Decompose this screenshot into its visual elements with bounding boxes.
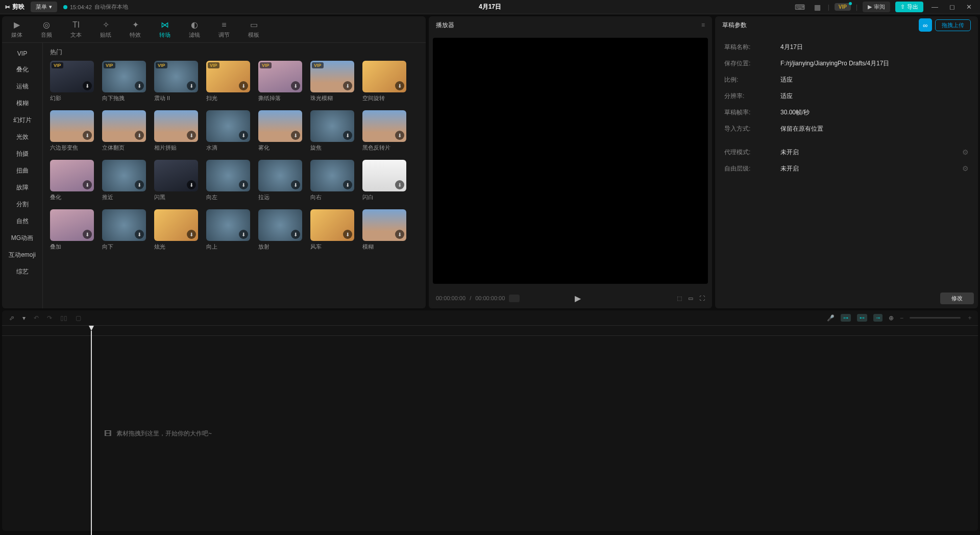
delete-button[interactable]: ▢ (74, 313, 83, 323)
download-icon[interactable]: ⬇ (135, 81, 144, 90)
download-icon[interactable]: ⬇ (187, 180, 196, 189)
grid-item-9[interactable]: ⬇相片拼贴 (154, 110, 198, 152)
download-icon[interactable]: ⬇ (239, 131, 248, 140)
download-icon[interactable]: ⬇ (83, 180, 92, 189)
grid-item-25[interactable]: ⬇放射 (258, 209, 302, 251)
timeline-ruler[interactable] (2, 326, 978, 336)
download-icon[interactable]: ⬇ (135, 230, 144, 239)
download-icon[interactable]: ⬇ (187, 230, 196, 239)
grid-item-11[interactable]: ⬇雾化 (258, 110, 302, 152)
cursor-tool[interactable]: ⬀ (7, 313, 16, 323)
download-icon[interactable]: ⬇ (343, 180, 352, 189)
grid-item-2[interactable]: VIP⬇震动 II (154, 61, 198, 102)
magnet-3-icon[interactable]: ⊸ (873, 314, 883, 322)
link-icon[interactable]: ⊕ (889, 314, 894, 322)
download-icon[interactable]: ⬇ (395, 180, 404, 189)
tab-text[interactable]: TI文本 (61, 16, 91, 42)
grid-item-10[interactable]: ⬇水滴 (206, 110, 250, 152)
keyboard-icon[interactable]: ⌨ (793, 3, 807, 11)
tab-audio[interactable]: ◎音频 (32, 16, 61, 42)
grid-item-17[interactable]: ⬇向左 (206, 160, 250, 201)
download-icon[interactable]: ⬇ (291, 81, 300, 90)
grid-item-23[interactable]: ⬇炫光 (154, 209, 198, 251)
grid-item-8[interactable]: ⬇立体翻页 (102, 110, 146, 152)
download-icon[interactable]: ⬇ (395, 131, 404, 140)
sidebar-item-12[interactable]: 互动emoji (2, 247, 42, 263)
download-icon[interactable]: ⬇ (395, 81, 404, 90)
grid-item-16[interactable]: ⬇闪黑 (154, 160, 198, 201)
time-block[interactable] (509, 295, 519, 302)
grid-item-21[interactable]: ⬇叠加 (50, 209, 94, 251)
zoom-slider[interactable] (910, 317, 961, 319)
undo-button[interactable]: ↶ (32, 313, 41, 323)
maximize-button[interactable]: ◻ (946, 3, 958, 11)
download-icon[interactable]: ⬇ (239, 81, 248, 90)
download-icon[interactable]: ⬇ (187, 131, 196, 140)
tab-adjust[interactable]: ≡调节 (209, 16, 239, 42)
magnet-1-icon[interactable]: ⊶ (841, 314, 851, 322)
preview-menu-icon[interactable]: ≡ (701, 21, 705, 29)
grid-item-24[interactable]: ⬇向上 (206, 209, 250, 251)
grid-item-20[interactable]: ⬇闪白 (362, 160, 406, 201)
gear-icon[interactable]: ⚙ (962, 164, 969, 173)
grid-item-22[interactable]: ⬇向下 (102, 209, 146, 251)
grid-item-4[interactable]: VIP⬇撕纸掉落 (258, 61, 302, 102)
minimize-button[interactable]: — (928, 3, 941, 11)
modify-button[interactable]: 修改 (940, 293, 974, 304)
download-icon[interactable]: ⬇ (239, 230, 248, 239)
download-icon[interactable]: ⬇ (343, 230, 352, 239)
tab-media[interactable]: ▶媒体 (2, 16, 32, 42)
preview-viewport[interactable] (433, 38, 708, 284)
grid-item-3[interactable]: VIP⬇扫光 (206, 61, 250, 102)
magnet-2-icon[interactable]: ⊷ (857, 314, 867, 322)
export-button[interactable]: ⇧ 导出 (895, 2, 923, 12)
redo-button[interactable]: ↷ (45, 313, 54, 323)
layout-icon[interactable]: ▦ (812, 3, 823, 11)
sidebar-item-6[interactable]: 拍摄 (2, 145, 42, 162)
tab-filter[interactable]: ◐滤镜 (180, 16, 209, 42)
sidebar-item-1[interactable]: 叠化 (2, 61, 42, 78)
ratio-icon[interactable]: ▭ (688, 295, 693, 302)
grid-item-6[interactable]: ⬇空间旋转 (362, 61, 406, 102)
grid-item-5[interactable]: VIP⬇珠光模糊 (310, 61, 354, 102)
grid-item-12[interactable]: ⬇旋焦 (310, 110, 354, 152)
grid-item-1[interactable]: VIP⬇向下拖拽 (102, 61, 146, 102)
upload-button[interactable]: 拖拽上传 (935, 19, 971, 31)
close-button[interactable]: ✕ (963, 3, 975, 11)
tab-sticker[interactable]: ✧贴纸 (91, 16, 120, 42)
split-button[interactable]: ▯▯ (58, 313, 69, 323)
grid-item-15[interactable]: ⬇推近 (102, 160, 146, 201)
download-icon[interactable]: ⬇ (135, 180, 144, 189)
grid-item-13[interactable]: ⬇黑色反转片 (362, 110, 406, 152)
tab-template[interactable]: ▭模板 (239, 16, 268, 42)
zoom-in-icon[interactable]: ＋ (967, 313, 973, 322)
sidebar-item-5[interactable]: 光效 (2, 129, 42, 145)
download-icon[interactable]: ⬇ (343, 131, 352, 140)
sidebar-item-8[interactable]: 故障 (2, 179, 42, 196)
sidebar-item-4[interactable]: 幻灯片 (2, 112, 42, 129)
download-icon[interactable]: ⬇ (239, 180, 248, 189)
tab-effect[interactable]: ✦特效 (120, 16, 150, 42)
download-icon[interactable]: ⬇ (135, 131, 144, 140)
gear-icon[interactable]: ⚙ (962, 148, 969, 156)
sidebar-item-13[interactable]: 综艺 (2, 263, 42, 280)
mic-icon[interactable]: 🎤 (827, 314, 835, 322)
sidebar-item-9[interactable]: 分割 (2, 196, 42, 213)
sidebar-item-11[interactable]: MG动画 (2, 230, 42, 247)
zoom-out-icon[interactable]: − (900, 314, 903, 322)
download-icon[interactable]: ⬇ (83, 131, 92, 140)
play-button[interactable]: ▶ (575, 294, 581, 303)
cloud-button[interactable]: ∞ (919, 18, 932, 32)
fullscreen-icon[interactable]: ⛶ (699, 295, 705, 302)
download-icon[interactable]: ⬇ (395, 230, 404, 239)
download-icon[interactable]: ⬇ (83, 230, 92, 239)
download-icon[interactable]: ⬇ (291, 230, 300, 239)
sidebar-item-3[interactable]: 模糊 (2, 95, 42, 112)
grid-item-0[interactable]: VIP⬇幻影 (50, 61, 94, 102)
download-icon[interactable]: ⬇ (291, 131, 300, 140)
sidebar-item-10[interactable]: 自然 (2, 213, 42, 230)
vip-badge[interactable]: VIP (835, 3, 851, 11)
tab-transition[interactable]: ⋈转场 (150, 16, 180, 42)
timeline-body[interactable]: 🎞 素材拖拽到这里，开始你的大作吧~ (2, 336, 978, 531)
sidebar-item-0[interactable]: VIP (2, 46, 42, 61)
